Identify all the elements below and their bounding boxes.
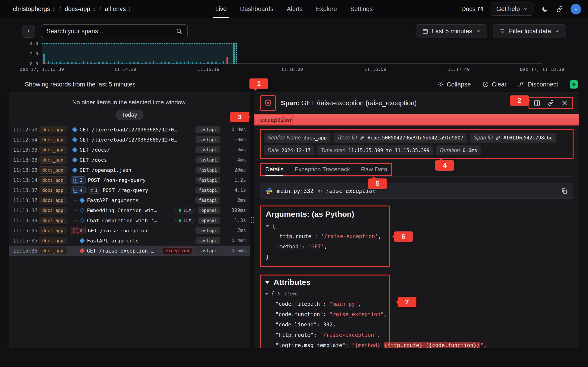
link-icon[interactable] [360, 135, 365, 140]
slash-shortcut-key[interactable]: / [22, 25, 35, 38]
span-diamond-icon [72, 127, 78, 132]
llm-label: LLM [183, 208, 191, 213]
get-help-button[interactable]: Get help [491, 2, 534, 16]
arguments-open-line[interactable]: { [266, 221, 384, 231]
org-selector[interactable]: christophergs [13, 6, 56, 13]
attributes-heading-row[interactable]: Attributes [265, 278, 569, 287]
histogram-bar [110, 63, 111, 64]
nav-tab-live[interactable]: Live [215, 0, 227, 18]
trace-row[interactable]: 11:15:35docs_appGET /raise-exception …ex… [9, 246, 250, 256]
selected-time-window[interactable] [42, 43, 237, 64]
get-help-label: Get help [496, 6, 520, 13]
trace-row[interactable]: 11:13:39docs_appChat Completion with '…L… [9, 215, 250, 225]
child-count-badge[interactable]: −4 [71, 186, 86, 194]
disconnect-button[interactable]: Disconnect [518, 81, 558, 88]
copy-icon[interactable] [561, 188, 568, 194]
copy-link-icon[interactable] [547, 100, 554, 106]
span-name: GET /raise-exception … [87, 248, 159, 254]
nav-tab-settings[interactable]: Settings [350, 0, 373, 18]
source-location-bar: main.py:332 in raise_exception [260, 184, 573, 199]
time-range-button[interactable]: Last 5 minutes [416, 24, 487, 38]
span-diamond-icon [72, 157, 78, 163]
open-in-panel-icon[interactable] [534, 100, 540, 106]
histogram-bar [122, 62, 123, 64]
trace-row[interactable]: 11:13:03docs_appGET /docs/fastapi3ms [9, 145, 250, 155]
close-icon[interactable] [561, 100, 568, 106]
docs-link[interactable]: Docs [461, 6, 483, 13]
search-input[interactable] [46, 28, 176, 35]
source-function[interactable]: raise_exception [326, 188, 376, 194]
selector-arrows-icon [92, 7, 96, 12]
detail-tab-raw-data[interactable]: Raw Data [361, 166, 387, 173]
collapse-icon[interactable]: − [73, 228, 78, 233]
trace-row[interactable]: 11:13:03docs_appGET /openapi.jsonfastapi… [9, 165, 250, 175]
histogram-bar [48, 61, 49, 64]
env-name: all envs [105, 6, 126, 13]
span-name: Embedding Creation wit… [87, 208, 172, 213]
histogram-bar [215, 62, 216, 64]
collapse-caret-icon[interactable] [266, 225, 269, 227]
today-pill[interactable]: Today [115, 110, 144, 120]
trace-row[interactable]: 11:12:54docs_appGET /livereload/12703636… [9, 135, 250, 145]
trace-row[interactable]: 11:13:03docs_appGET /docsfastapi4ms [9, 155, 250, 165]
records-status-text: Showing records from the last 5 minutes [25, 81, 136, 88]
share-link-icon[interactable] [556, 6, 563, 13]
library-pill: fastapi [195, 177, 220, 184]
trace-row[interactable]: 11:12:50docs_appGET /livereload/12703636… [9, 125, 250, 135]
trace-row[interactable]: 11:13:14docs_app+3POST /non-rag-queryfas… [9, 175, 250, 185]
link-icon[interactable] [495, 135, 501, 140]
chevron-down-icon [476, 29, 481, 34]
chevron-down-icon[interactable] [265, 281, 270, 284]
tree-connector [71, 246, 78, 256]
histogram-bar [223, 61, 224, 64]
child-count-badge[interactable]: +3 [71, 176, 86, 184]
avatar[interactable]: - [571, 4, 581, 15]
annotation-label-5: 5 [368, 178, 387, 189]
project-selector[interactable]: docs-app [65, 6, 96, 13]
connection-status-indicator[interactable] [570, 80, 578, 89]
theme-toggle-moon-icon[interactable] [541, 6, 548, 13]
collapse-caret-icon[interactable] [265, 293, 268, 295]
trace-row[interactable]: 11:13:37docs_app−4⊘1POST /rag-queryfasta… [9, 185, 250, 195]
expand-icon[interactable]: + [73, 177, 78, 183]
row-timestamp: 11:13:03 [13, 147, 39, 153]
histogram-plot[interactable]: 4.0 2.0 0.0 [42, 44, 542, 64]
panel-resize-handle[interactable] [250, 214, 254, 226]
collapse-icon[interactable]: − [73, 188, 78, 193]
attribute-line: "code.function": "raise_exception", [265, 309, 569, 319]
attributes-section: Attributes {6 items "code.filepath": "ma… [260, 275, 573, 348]
clear-button[interactable]: Clear [482, 81, 507, 88]
nav-tab-dashboards[interactable]: Dashboards [240, 0, 274, 18]
attributes-open-line[interactable]: {6 items [265, 289, 569, 299]
source-file-line[interactable]: main.py:332 [277, 188, 313, 194]
histogram-bar [161, 62, 162, 64]
trace-row[interactable]: 11:15:35docs_appFastAPI argumentsfastapi… [9, 236, 250, 246]
nav-tab-explore[interactable]: Explore [316, 0, 337, 18]
x-axis-label: 11:16:59 [364, 67, 386, 72]
meta-label: Span ID [474, 135, 493, 141]
nav-tab-alerts[interactable]: Alerts [287, 0, 303, 18]
navbar-right: Docs Get help - [461, 2, 581, 16]
env-selector[interactable]: all envs [105, 6, 131, 13]
exception-banner: exception [254, 114, 579, 125]
histogram-bar [67, 62, 69, 64]
attribute-line: "code.lineno": 332, [265, 319, 569, 330]
histogram-bar [71, 62, 73, 64]
y-tick: 4.0 [30, 41, 38, 46]
detail-tab-details[interactable]: Details [265, 166, 284, 173]
docs-label: Docs [461, 6, 476, 13]
collapse-button[interactable]: Collapse [437, 81, 471, 88]
histogram-bar [211, 62, 213, 64]
span-icon-wrap [71, 168, 79, 172]
trace-row[interactable]: 11:13:37docs_appEmbedding Creation wit…L… [9, 205, 250, 215]
trace-row[interactable]: 11:13:37docs_appFastAPI argumentsfastapi… [9, 195, 250, 205]
span-meta-row-1: Service Namedocs_appTrace ID#c5ec5005042… [264, 133, 569, 143]
external-link-icon [478, 6, 483, 12]
trace-row[interactable]: 11:15:35docs_app−2GET /raise-exceptionfa… [9, 225, 250, 236]
histogram-bar [153, 61, 154, 64]
detail-tab-exception-traceback[interactable]: Exception Traceback [294, 166, 350, 173]
child-count-badge[interactable]: −2 [71, 227, 86, 234]
filter-local-data-button[interactable]: Filter local data [493, 24, 566, 38]
slash-circle-icon: ⊘ [91, 188, 93, 193]
histogram-bar [164, 62, 166, 64]
